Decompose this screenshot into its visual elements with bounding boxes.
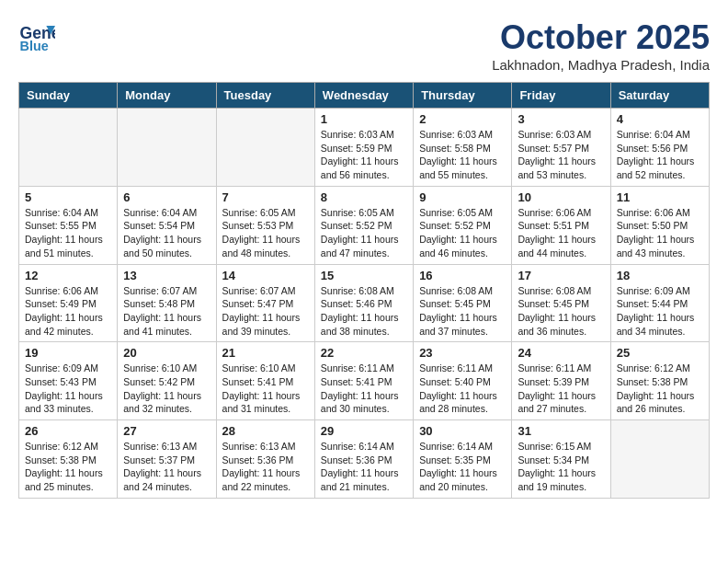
day-number: 27 — [123, 424, 210, 438]
day-number: 4 — [617, 112, 703, 126]
page-header: General Blue October 2025 Lakhnadon, Mad… — [18, 18, 710, 73]
day-content: Sunrise: 6:04 AM Sunset: 5:54 PM Dayligh… — [123, 206, 210, 260]
day-of-week-header: Saturday — [610, 83, 709, 109]
calendar-cell — [216, 109, 314, 187]
calendar-cell: 1Sunrise: 6:03 AM Sunset: 5:59 PM Daylig… — [314, 109, 413, 187]
day-number: 11 — [617, 190, 703, 204]
day-content: Sunrise: 6:05 AM Sunset: 5:52 PM Dayligh… — [419, 206, 506, 260]
day-number: 22 — [321, 346, 407, 360]
day-number: 26 — [25, 424, 111, 438]
day-content: Sunrise: 6:10 AM Sunset: 5:41 PM Dayligh… — [222, 362, 309, 416]
day-number: 20 — [123, 346, 210, 360]
day-number: 13 — [123, 269, 210, 282]
day-number: 19 — [25, 346, 111, 360]
calendar-cell: 27Sunrise: 6:13 AM Sunset: 5:37 PM Dayli… — [118, 420, 216, 499]
day-number: 9 — [419, 190, 506, 204]
day-number: 24 — [518, 346, 604, 360]
day-content: Sunrise: 6:13 AM Sunset: 5:37 PM Dayligh… — [123, 440, 210, 494]
day-number: 8 — [321, 190, 407, 204]
day-number: 30 — [419, 424, 506, 438]
calendar-header-row: SundayMondayTuesdayWednesdayThursdayFrid… — [19, 83, 710, 109]
calendar-cell: 26Sunrise: 6:12 AM Sunset: 5:38 PM Dayli… — [19, 420, 118, 499]
day-number: 18 — [617, 269, 703, 282]
day-number: 25 — [617, 346, 703, 360]
day-content: Sunrise: 6:13 AM Sunset: 5:36 PM Dayligh… — [222, 440, 309, 494]
calendar-cell: 28Sunrise: 6:13 AM Sunset: 5:36 PM Dayli… — [216, 420, 314, 499]
day-content: Sunrise: 6:11 AM Sunset: 5:40 PM Dayligh… — [419, 362, 506, 416]
day-content: Sunrise: 6:05 AM Sunset: 5:52 PM Dayligh… — [321, 206, 407, 260]
calendar-week-row: 12Sunrise: 6:06 AM Sunset: 5:49 PM Dayli… — [19, 264, 710, 342]
calendar-cell: 14Sunrise: 6:07 AM Sunset: 5:47 PM Dayli… — [216, 264, 314, 342]
day-number: 12 — [25, 269, 111, 282]
day-number: 1 — [321, 112, 407, 126]
calendar-cell: 23Sunrise: 6:11 AM Sunset: 5:40 PM Dayli… — [414, 342, 512, 420]
day-number: 17 — [518, 269, 604, 282]
calendar-cell: 9Sunrise: 6:05 AM Sunset: 5:52 PM Daylig… — [414, 186, 512, 264]
day-content: Sunrise: 6:12 AM Sunset: 5:38 PM Dayligh… — [25, 440, 111, 494]
day-number: 23 — [419, 346, 506, 360]
calendar-cell: 21Sunrise: 6:10 AM Sunset: 5:41 PM Dayli… — [216, 342, 314, 420]
day-content: Sunrise: 6:06 AM Sunset: 5:50 PM Dayligh… — [617, 206, 703, 260]
day-number: 21 — [222, 346, 309, 360]
calendar-cell: 29Sunrise: 6:14 AM Sunset: 5:36 PM Dayli… — [314, 420, 413, 499]
day-of-week-header: Monday — [118, 83, 216, 109]
day-content: Sunrise: 6:09 AM Sunset: 5:43 PM Dayligh… — [25, 362, 111, 416]
day-of-week-header: Sunday — [19, 83, 118, 109]
calendar-cell: 13Sunrise: 6:07 AM Sunset: 5:48 PM Dayli… — [118, 264, 216, 342]
day-content: Sunrise: 6:07 AM Sunset: 5:47 PM Dayligh… — [222, 284, 309, 339]
day-content: Sunrise: 6:11 AM Sunset: 5:41 PM Dayligh… — [321, 362, 407, 416]
logo: General Blue — [18, 18, 59, 55]
day-content: Sunrise: 6:06 AM Sunset: 5:49 PM Dayligh… — [25, 284, 111, 339]
calendar-cell: 24Sunrise: 6:11 AM Sunset: 5:39 PM Dayli… — [512, 342, 610, 420]
day-content: Sunrise: 6:03 AM Sunset: 5:58 PM Dayligh… — [419, 128, 506, 182]
day-content: Sunrise: 6:03 AM Sunset: 5:57 PM Dayligh… — [518, 128, 604, 182]
day-number: 31 — [518, 424, 604, 438]
calendar-cell: 25Sunrise: 6:12 AM Sunset: 5:38 PM Dayli… — [610, 342, 709, 420]
calendar-week-row: 26Sunrise: 6:12 AM Sunset: 5:38 PM Dayli… — [19, 420, 710, 499]
day-number: 6 — [123, 190, 210, 204]
day-content: Sunrise: 6:12 AM Sunset: 5:38 PM Dayligh… — [617, 362, 703, 416]
day-number: 2 — [419, 112, 506, 126]
day-content: Sunrise: 6:07 AM Sunset: 5:48 PM Dayligh… — [123, 284, 210, 339]
month-title: October 2025 — [492, 18, 710, 57]
calendar-table: SundayMondayTuesdayWednesdayThursdayFrid… — [18, 82, 710, 499]
calendar-cell: 4Sunrise: 6:04 AM Sunset: 5:56 PM Daylig… — [610, 109, 709, 187]
day-number: 7 — [222, 190, 309, 204]
day-of-week-header: Friday — [512, 83, 610, 109]
day-content: Sunrise: 6:11 AM Sunset: 5:39 PM Dayligh… — [518, 362, 604, 416]
day-content: Sunrise: 6:04 AM Sunset: 5:56 PM Dayligh… — [617, 128, 703, 182]
calendar-cell: 12Sunrise: 6:06 AM Sunset: 5:49 PM Dayli… — [19, 264, 118, 342]
calendar-cell: 3Sunrise: 6:03 AM Sunset: 5:57 PM Daylig… — [512, 109, 610, 187]
day-of-week-header: Thursday — [414, 83, 512, 109]
calendar-cell: 22Sunrise: 6:11 AM Sunset: 5:41 PM Dayli… — [314, 342, 413, 420]
day-content: Sunrise: 6:14 AM Sunset: 5:35 PM Dayligh… — [419, 440, 506, 494]
calendar-cell: 5Sunrise: 6:04 AM Sunset: 5:55 PM Daylig… — [19, 186, 118, 264]
calendar-cell — [610, 420, 709, 499]
calendar-cell: 20Sunrise: 6:10 AM Sunset: 5:42 PM Dayli… — [118, 342, 216, 420]
day-content: Sunrise: 6:08 AM Sunset: 5:45 PM Dayligh… — [419, 284, 506, 339]
calendar-cell: 8Sunrise: 6:05 AM Sunset: 5:52 PM Daylig… — [314, 186, 413, 264]
calendar-cell: 18Sunrise: 6:09 AM Sunset: 5:44 PM Dayli… — [610, 264, 709, 342]
calendar-week-row: 1Sunrise: 6:03 AM Sunset: 5:59 PM Daylig… — [19, 109, 710, 187]
calendar-cell: 17Sunrise: 6:08 AM Sunset: 5:45 PM Dayli… — [512, 264, 610, 342]
day-number: 28 — [222, 424, 309, 438]
calendar-cell: 10Sunrise: 6:06 AM Sunset: 5:51 PM Dayli… — [512, 186, 610, 264]
calendar-cell: 30Sunrise: 6:14 AM Sunset: 5:35 PM Dayli… — [414, 420, 512, 499]
calendar-cell: 6Sunrise: 6:04 AM Sunset: 5:54 PM Daylig… — [118, 186, 216, 264]
day-number: 16 — [419, 269, 506, 282]
day-content: Sunrise: 6:10 AM Sunset: 5:42 PM Dayligh… — [123, 362, 210, 416]
calendar-cell: 19Sunrise: 6:09 AM Sunset: 5:43 PM Dayli… — [19, 342, 118, 420]
calendar-cell — [118, 109, 216, 187]
calendar-week-row: 19Sunrise: 6:09 AM Sunset: 5:43 PM Dayli… — [19, 342, 710, 420]
calendar-week-row: 5Sunrise: 6:04 AM Sunset: 5:55 PM Daylig… — [19, 186, 710, 264]
day-content: Sunrise: 6:03 AM Sunset: 5:59 PM Dayligh… — [321, 128, 407, 182]
day-content: Sunrise: 6:08 AM Sunset: 5:46 PM Dayligh… — [321, 284, 407, 339]
day-number: 29 — [321, 424, 407, 438]
calendar-cell: 7Sunrise: 6:05 AM Sunset: 5:53 PM Daylig… — [216, 186, 314, 264]
day-number: 10 — [518, 190, 604, 204]
calendar-cell: 11Sunrise: 6:06 AM Sunset: 5:50 PM Dayli… — [610, 186, 709, 264]
logo-icon: General Blue — [18, 18, 55, 55]
day-content: Sunrise: 6:04 AM Sunset: 5:55 PM Dayligh… — [25, 206, 111, 260]
day-content: Sunrise: 6:15 AM Sunset: 5:34 PM Dayligh… — [518, 440, 604, 494]
day-content: Sunrise: 6:08 AM Sunset: 5:45 PM Dayligh… — [518, 284, 604, 339]
